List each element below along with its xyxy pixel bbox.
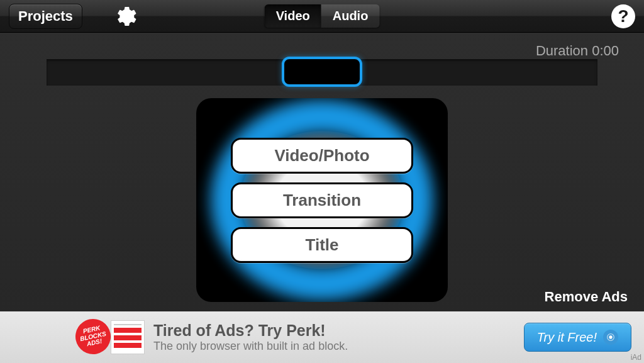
main-editor: Duration 0:00 Video/Photo Transition Tit… — [0, 33, 644, 311]
ad-app-icon — [111, 320, 145, 354]
tab-video[interactable]: Video — [265, 4, 321, 28]
title-button[interactable]: Title — [231, 227, 413, 263]
svg-point-0 — [609, 336, 612, 338]
swirl-icon — [603, 330, 618, 345]
ad-cta-label: Try it Free! — [537, 330, 597, 345]
help-icon[interactable]: ? — [611, 4, 635, 28]
video-photo-button[interactable]: Video/Photo — [231, 138, 413, 174]
ad-cta-button[interactable]: Try it Free! — [524, 323, 631, 352]
action-button-stack: Video/Photo Transition Title — [231, 138, 413, 263]
iad-attribution: iAd — [631, 353, 641, 362]
duration-label: Duration 0:00 — [536, 43, 619, 59]
projects-button[interactable]: Projects — [9, 4, 82, 29]
ad-badge: PERK BLOCKS ADS! — [72, 316, 114, 357]
ad-subtitle: The only browser with built in ad block. — [153, 340, 348, 353]
toolbar: Projects Video Audio ? — [0, 0, 644, 33]
av-segmented-control: Video Audio — [265, 4, 380, 28]
ad-text: Tired of Ads? Try Perk! The only browser… — [153, 321, 348, 353]
tab-audio[interactable]: Audio — [321, 4, 380, 28]
settings-icon[interactable] — [115, 6, 136, 27]
remove-ads-link[interactable]: Remove Ads — [545, 289, 628, 305]
ad-banner[interactable]: PERK BLOCKS ADS! Tired of Ads? Try Perk!… — [0, 311, 644, 363]
timeline-playhead[interactable] — [282, 57, 362, 87]
add-media-panel: Video/Photo Transition Title — [196, 98, 448, 302]
transition-button[interactable]: Transition — [231, 182, 413, 218]
ad-title: Tired of Ads? Try Perk! — [153, 321, 348, 340]
